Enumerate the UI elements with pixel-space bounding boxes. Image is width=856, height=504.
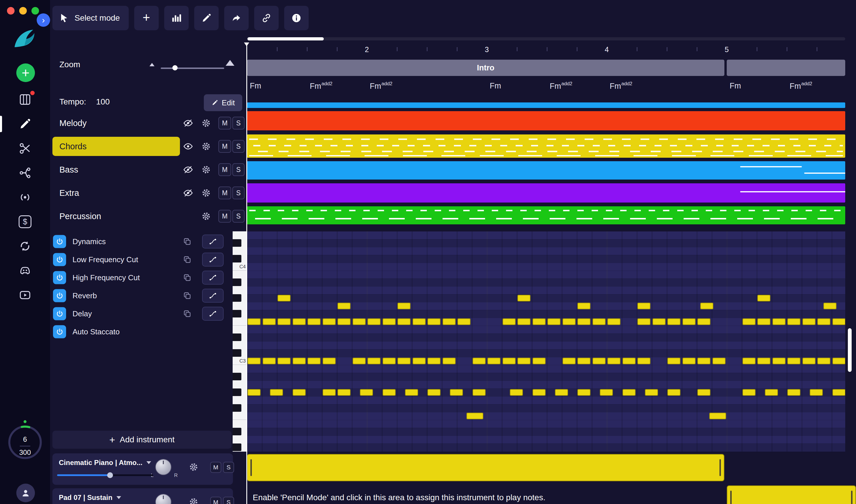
note-F3[interactable]: [413, 318, 426, 325]
solo-button[interactable]: S: [232, 210, 245, 222]
rail-item-compositions[interactable]: [0, 87, 50, 112]
instrument-clip-pad07[interactable]: [727, 485, 856, 504]
copy-icon[interactable]: [182, 254, 193, 265]
note-Ab2[interactable]: [293, 389, 306, 396]
note-Ab2[interactable]: [810, 389, 823, 396]
rail-item-video[interactable]: [0, 283, 50, 307]
gear-icon[interactable]: [200, 186, 212, 199]
note-F3[interactable]: [263, 318, 276, 325]
note-C3[interactable]: [367, 358, 381, 364]
solo-button[interactable]: S: [232, 117, 245, 129]
power-icon[interactable]: [53, 289, 66, 302]
note-C3[interactable]: [607, 358, 621, 364]
note-F3[interactable]: [308, 318, 320, 325]
note-C3[interactable]: [442, 358, 456, 364]
rail-item-sync[interactable]: [0, 234, 50, 258]
note-F3[interactable]: [503, 318, 516, 325]
eye-off-icon[interactable]: [182, 186, 194, 199]
gear-icon[interactable]: [200, 117, 212, 129]
note-F3[interactable]: [353, 318, 366, 325]
copy-icon[interactable]: [182, 272, 193, 283]
note-F3[interactable]: [383, 318, 396, 325]
note-Ab2[interactable]: [555, 389, 568, 396]
note-Ab2[interactable]: [270, 389, 283, 396]
note-G3[interactable]: [700, 303, 713, 309]
note-F3[interactable]: [772, 318, 786, 325]
volume-thumb[interactable]: [107, 472, 113, 478]
edit-tempo-button[interactable]: Edit: [204, 94, 242, 111]
volume-slider[interactable]: [57, 474, 153, 476]
instrument-card-pad07[interactable]: Pad 07 | Sustain L R M S: [52, 488, 233, 504]
note-Ab2[interactable]: [473, 389, 486, 396]
note-C3[interactable]: [562, 358, 576, 364]
note-Ab3[interactable]: [757, 295, 770, 302]
note-Ab2[interactable]: [697, 389, 711, 396]
pencil-mode-button[interactable]: [194, 6, 219, 30]
note-F3[interactable]: [457, 318, 471, 325]
note-C3[interactable]: [532, 358, 546, 364]
track-row-chords[interactable]: ChordsMS: [50, 135, 245, 158]
mute-button[interactable]: M: [219, 140, 231, 153]
overview-lane-melody[interactable]: [247, 111, 845, 130]
overview-lane-bass[interactable]: [247, 161, 845, 180]
note-Ab3[interactable]: [278, 295, 291, 302]
note-Ab2[interactable]: [510, 389, 523, 396]
note-G3[interactable]: [398, 303, 410, 309]
info-button[interactable]: [284, 6, 309, 30]
note-C3[interactable]: [667, 358, 680, 364]
gear-icon[interactable]: [200, 210, 212, 222]
rail-item-discord[interactable]: [0, 258, 50, 283]
note-Ab3[interactable]: [518, 295, 530, 302]
credits-gauge[interactable]: 6 300: [6, 420, 44, 467]
track-row-extra[interactable]: ExtraMS: [50, 181, 245, 204]
note-F3[interactable]: [833, 318, 845, 325]
mute-button[interactable]: M: [219, 186, 231, 199]
note-Ab2[interactable]: [405, 389, 418, 396]
note-C3[interactable]: [757, 358, 770, 364]
zoom-in-icon[interactable]: [226, 60, 234, 66]
copy-icon[interactable]: [182, 236, 193, 247]
note-C3[interactable]: [473, 358, 486, 364]
track-row-bass[interactable]: BassMS: [50, 158, 245, 181]
note-F3[interactable]: [398, 318, 410, 325]
pan-knob[interactable]: [155, 494, 172, 504]
instrument-name-dropdown[interactable]: Cinematic Piano | Atmo...: [59, 458, 146, 467]
note-G3[interactable]: [637, 303, 650, 309]
mute-button[interactable]: M: [219, 117, 231, 129]
eye-off-icon[interactable]: [182, 163, 194, 176]
add-instrument-button[interactable]: + Add instrument: [52, 431, 231, 449]
note-F2[interactable]: [709, 413, 726, 419]
note-F3[interactable]: [682, 318, 696, 325]
note-Ab2[interactable]: [787, 389, 800, 396]
power-icon[interactable]: [53, 235, 66, 248]
note-Ab2[interactable]: [427, 389, 440, 396]
automation-curve-button[interactable]: [202, 289, 224, 303]
note-C3[interactable]: [247, 358, 261, 364]
zoom-slider[interactable]: [161, 68, 224, 69]
playhead[interactable]: [246, 43, 247, 504]
expand-sidebar-button[interactable]: ›: [37, 13, 50, 27]
note-F3[interactable]: [577, 318, 591, 325]
instrument-card-cinematic-piano[interactable]: Cinematic Piano | Atmo... L R M S: [52, 453, 233, 485]
note-F3[interactable]: [817, 318, 831, 325]
track-row-melody[interactable]: MelodyMS: [50, 111, 245, 135]
gear-icon[interactable]: [200, 163, 212, 176]
note-C3[interactable]: [833, 358, 845, 364]
note-Ab2[interactable]: [833, 389, 845, 396]
add-button[interactable]: +: [134, 6, 159, 30]
note-G3[interactable]: [337, 303, 351, 309]
note-F3[interactable]: [593, 318, 606, 325]
note-C3[interactable]: [263, 358, 276, 364]
note-Ab2[interactable]: [322, 389, 336, 396]
instrument-clip-cinematic-piano[interactable]: [247, 454, 724, 481]
note-F3[interactable]: [637, 318, 650, 325]
note-Ab2[interactable]: [360, 389, 373, 396]
note-C3[interactable]: [817, 358, 831, 364]
note-F3[interactable]: [532, 318, 546, 325]
note-Ab2[interactable]: [337, 389, 351, 396]
create-new-button[interactable]: +: [16, 64, 35, 82]
mute-button[interactable]: M: [210, 497, 221, 504]
note-F3[interactable]: [547, 318, 560, 325]
note-Ab2[interactable]: [577, 389, 591, 396]
power-icon[interactable]: [53, 307, 66, 320]
